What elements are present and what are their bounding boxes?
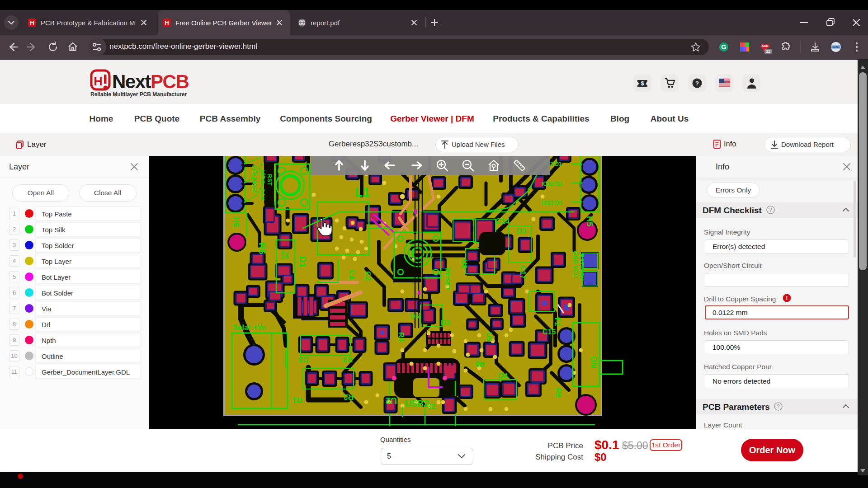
svg-text:R4: R4 [397, 332, 406, 342]
svg-text:SCK: SCK [259, 188, 266, 201]
svg-text:?: ? [695, 80, 699, 87]
svg-text:ADB: ADB [761, 44, 768, 47]
svg-text:IO21 D3: IO21 D3 [542, 200, 562, 206]
svg-text:R8: R8 [475, 360, 485, 368]
svg-text:!: ! [786, 295, 788, 301]
svg-text:D4: D4 [498, 371, 508, 380]
svg-text:F2: F2 [553, 318, 561, 326]
svg-text:C15: C15 [542, 328, 556, 336]
svg-text:U2: U2 [385, 396, 397, 406]
svg-text:C2: C2 [363, 271, 372, 281]
svg-text:H5: H5 [585, 216, 594, 226]
svg-text:C4: C4 [347, 270, 356, 280]
svg-text:U5: U5 [485, 332, 493, 342]
svg-text:IO12 D2: IO12 D2 [542, 181, 562, 187]
svg-text:?: ? [769, 207, 772, 213]
svg-text:H: H [94, 75, 103, 88]
svg-text:SCL: SCL [251, 165, 258, 177]
svg-text:$: $ [641, 80, 644, 87]
svg-text:H6: H6 [231, 217, 241, 227]
svg-text:R2: R2 [344, 393, 354, 401]
svg-text:D3: D3 [516, 227, 526, 235]
svg-text:C14: C14 [495, 217, 510, 225]
svg-text:32: 32 [427, 403, 435, 410]
svg-text:R3: R3 [343, 355, 353, 364]
svg-text:GND VCC: GND VCC [572, 251, 579, 278]
svg-text:BATTERY: BATTERY [578, 253, 585, 281]
svg-text:R9: R9 [554, 388, 562, 398]
svg-text:ON: ON [589, 356, 598, 368]
svg-text:R1: R1 [292, 396, 302, 404]
svg-text:Solar +Ve: Solar +Ve [233, 324, 266, 331]
svg-text:H: H [30, 19, 34, 26]
svg-text:D5: D5 [410, 312, 419, 320]
svg-text:R6: R6 [257, 243, 267, 254]
svg-text:C17: C17 [519, 266, 527, 279]
svg-text:MOSI: MOSI [251, 178, 258, 192]
svg-text:RST: RST [266, 174, 273, 186]
svg-text:MISO: MISO [259, 169, 266, 184]
svg-text:D2: D2 [441, 319, 450, 327]
svg-text:NextPCB: NextPCB [112, 71, 189, 92]
svg-text:U6: U6 [460, 259, 468, 269]
svg-text:G: G [722, 43, 726, 51]
svg-text:H: H [165, 19, 169, 26]
svg-text:11: 11 [766, 49, 770, 54]
svg-text:USB2: USB2 [405, 399, 429, 408]
svg-text:C3: C3 [298, 355, 308, 364]
svg-text:?: ? [777, 404, 780, 410]
svg-text:L1: L1 [355, 185, 370, 199]
svg-text:D1: D1 [297, 256, 307, 268]
svg-text:RESET: RESET [444, 268, 452, 291]
svg-text:EG: EG [833, 45, 839, 49]
